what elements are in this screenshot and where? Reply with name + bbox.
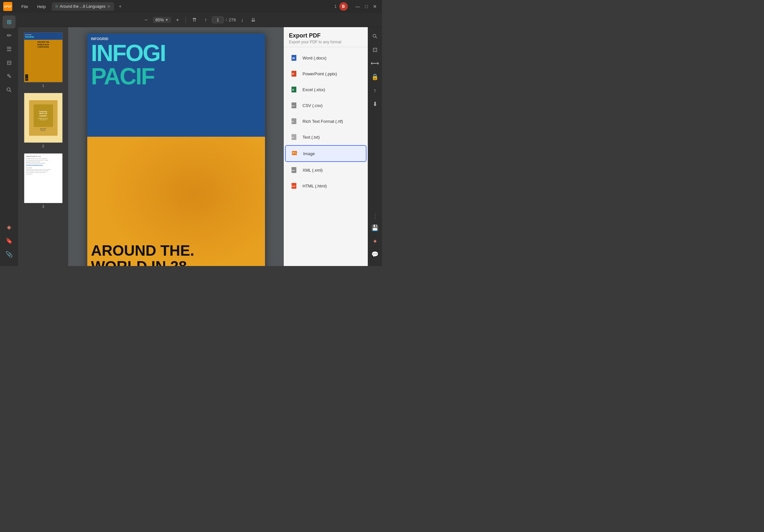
content-area: INFOGRID PACIFIC AROUND THEWORLD IN 28LA… xyxy=(18,27,382,266)
pdf-infogrid-text: INFOGRID xyxy=(91,37,261,41)
export-xml-label: XML (.xml) xyxy=(302,168,322,173)
svg-text:P: P xyxy=(292,73,294,76)
page-input[interactable] xyxy=(212,17,224,23)
export-image-label: Image xyxy=(303,151,315,156)
csv-icon: csv xyxy=(290,101,299,110)
thumbnail-item-2[interactable]: Around theWorld in 28Languages AZ ARDI L… xyxy=(18,90,68,151)
sidebar-item-thumbnail[interactable]: ⊞ xyxy=(3,16,16,28)
right-tool-download[interactable]: ⬇ xyxy=(368,97,381,110)
close-button[interactable]: ✕ xyxy=(371,3,379,10)
go-first-button[interactable]: ⇈ xyxy=(190,16,199,24)
zoom-control: 85% ▼ xyxy=(153,17,171,23)
user-avatar[interactable]: B xyxy=(339,2,348,11)
zoom-in-button[interactable]: + xyxy=(174,16,182,24)
right-tool-chat[interactable]: 💬 xyxy=(368,248,381,261)
svg-text:html: html xyxy=(291,185,295,187)
export-item-text[interactable]: txt Text (.txt) xyxy=(285,129,366,145)
titlebar-right: 1 B — □ ✕ xyxy=(334,2,379,11)
pdf-world-text: WORLD IN 28 xyxy=(91,259,261,266)
svg-text:csv: csv xyxy=(291,105,295,107)
export-text-label: Text (.txt) xyxy=(302,135,320,140)
minimize-button[interactable]: — xyxy=(354,3,362,10)
svg-line-21 xyxy=(376,37,377,38)
thumbnail-item-3[interactable]: Infogrid Pacific Pte. Ltd. The Azardi In… xyxy=(18,151,68,211)
rtf-icon: rtf xyxy=(290,117,299,126)
html-icon: html xyxy=(290,181,299,190)
export-item-xml[interactable]: xml XML (.xml) xyxy=(285,162,366,178)
right-tool-translate[interactable]: ⟷ xyxy=(368,57,381,70)
pdf-page: INFOGRID INFOGI PACIF AROUND THE. WORLD … xyxy=(87,34,265,266)
go-next-button[interactable]: ↓ xyxy=(238,16,246,24)
export-item-excel[interactable]: X Excel (.xlsx) xyxy=(285,82,366,97)
export-panel: Export PDF Export your PDF to any format… xyxy=(284,27,368,266)
file-menu[interactable]: File xyxy=(18,3,31,10)
thumbnail-item-1[interactable]: INFOGRID PACIFIC AROUND THEWORLD IN 28LA… xyxy=(18,30,68,90)
tab-close-icon[interactable]: ✕ xyxy=(107,5,110,9)
export-html-label: HTML (.html) xyxy=(302,184,327,188)
export-item-rtf[interactable]: rtf Rich Text Format (.rtf) xyxy=(285,113,366,129)
svg-text:W: W xyxy=(292,57,295,60)
text-icon: txt xyxy=(290,132,299,141)
updf-icon: UPDF xyxy=(3,2,12,11)
export-item-powerpoint[interactable]: P PowerPoint (.pptx) xyxy=(285,66,366,82)
powerpoint-icon: P xyxy=(290,69,299,78)
version-badge: 1 xyxy=(334,4,337,9)
export-word-label: Word (.docx) xyxy=(302,56,326,61)
xml-icon: xml xyxy=(290,165,299,175)
right-sidebar-sep xyxy=(375,213,375,220)
right-tool-search[interactable] xyxy=(368,30,381,43)
export-item-image[interactable]: Image xyxy=(285,145,366,162)
sidebar-item-attachment[interactable]: 📎 xyxy=(3,248,16,261)
go-last-button[interactable]: ⇊ xyxy=(249,16,258,24)
svg-text:rtf: rtf xyxy=(291,120,294,122)
thumbnail-number-1: 1 xyxy=(42,84,44,88)
sidebar-item-layers[interactable]: ◈ xyxy=(3,221,16,234)
thumbnail-number-2: 2 xyxy=(42,144,44,148)
sidebar-item-bookmark[interactable]: 🔖 xyxy=(3,234,16,247)
export-item-html[interactable]: html HTML (.html) xyxy=(285,178,366,194)
thumbnail-cover-2: Around theWorld in 28Languages AZ ARDI L… xyxy=(24,93,63,143)
export-item-csv[interactable]: csv CSV (.csv) xyxy=(285,97,366,113)
export-header: Export PDF Export your PDF to any format xyxy=(284,27,368,47)
page-total: 279 xyxy=(229,17,236,22)
export-csv-label: CSV (.csv) xyxy=(302,103,322,108)
export-ppt-label: PowerPoint (.pptx) xyxy=(302,72,337,76)
tab-doc-icon: ⎘ xyxy=(56,4,58,9)
document-tab[interactable]: ⎘ Around the ...8 Languages ✕ xyxy=(52,2,114,11)
toolbar-separator-1 xyxy=(185,17,186,23)
zoom-value: 85% xyxy=(155,17,164,22)
right-tool-protect[interactable]: 🔒 xyxy=(368,71,381,84)
add-tab-button[interactable]: + xyxy=(117,3,123,10)
svg-line-1 xyxy=(10,91,11,92)
svg-text:xml: xml xyxy=(291,169,295,171)
sidebar-item-pages[interactable]: ⊟ xyxy=(3,56,16,69)
right-sidebar: ⊡ ⟷ 🔒 ↑ ⬇ 💾 ✦ 💬 xyxy=(368,27,382,266)
sidebar-item-search[interactable] xyxy=(3,84,16,96)
left-sidebar: ⊞ ✏ ☰ ⊟ ✎ ◈ 🔖 📎 xyxy=(0,13,18,266)
zoom-arrow-icon[interactable]: ▼ xyxy=(165,18,168,22)
zoom-out-button[interactable]: − xyxy=(142,16,150,24)
titlebar: UPDF File Help ⎘ Around the ...8 Languag… xyxy=(0,0,382,13)
sidebar-item-annotate[interactable]: ✏ xyxy=(3,29,16,42)
go-prev-button[interactable]: ↑ xyxy=(202,16,209,24)
right-tool-share[interactable]: ↑ xyxy=(368,84,381,97)
toolbar: − 85% ▼ + ⇈ ↑ / 279 ↓ ⇊ xyxy=(18,13,382,27)
export-panel-title: Export PDF xyxy=(289,32,363,39)
right-tool-save[interactable]: 💾 xyxy=(368,221,381,234)
export-item-word[interactable]: W Word (.docx) xyxy=(285,50,366,66)
image-icon xyxy=(291,149,300,158)
export-rtf-label: Rich Text Format (.rtf) xyxy=(302,119,343,124)
sidebar-item-edit[interactable]: ✎ xyxy=(3,70,16,83)
tab-title: Around the ...8 Languages xyxy=(60,4,105,9)
sidebar-item-organize[interactable]: ☰ xyxy=(3,43,16,56)
help-menu[interactable]: Help xyxy=(34,3,49,10)
maximize-button[interactable]: □ xyxy=(363,3,370,10)
right-tool-ocr[interactable]: ⊡ xyxy=(368,43,381,56)
right-tool-ai[interactable]: ✦ xyxy=(368,235,381,248)
thumbnail-cover-1: INFOGRID PACIFIC AROUND THEWORLD IN 28LA… xyxy=(24,32,63,83)
word-icon: W xyxy=(290,53,299,62)
pdf-infogrids-large: INFOGI xyxy=(91,41,261,65)
window-controls: — □ ✕ xyxy=(354,3,379,10)
pdf-pacific-large: PACIF xyxy=(91,65,261,88)
app-logo: UPDF xyxy=(3,2,12,11)
